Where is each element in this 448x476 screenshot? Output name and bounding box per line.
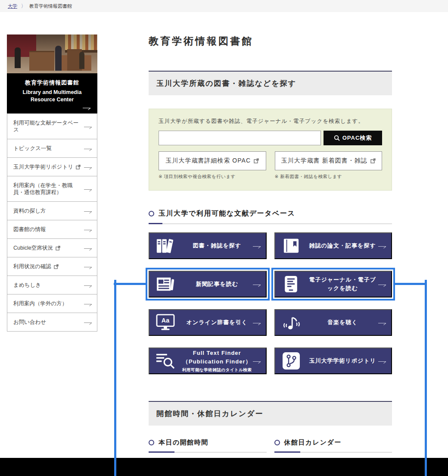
highlight-line-left	[114, 280, 116, 476]
calendar-subheadings: 本日の開館時間 休館日カレンダー	[149, 438, 392, 453]
arrow-icon	[84, 124, 92, 128]
circle-icon	[274, 440, 280, 445]
highlight-leader-left	[114, 283, 146, 285]
arrow-icon	[83, 105, 90, 110]
banner-caption: 教育学術情報図書館 Library and Multimedia Resourc…	[7, 73, 97, 113]
calendar-section-header: 開館時間・休館日カレンダー	[149, 401, 392, 426]
highlight-leader-right	[395, 283, 427, 285]
external-link-icon	[76, 165, 81, 169]
opac-search-button[interactable]: OPAC検索	[324, 131, 382, 145]
arrow-icon	[253, 282, 261, 286]
ereader-icon	[275, 275, 307, 293]
banner-subtitle: Library and Multimedia Resource Center	[11, 89, 93, 103]
music-note-icon	[275, 314, 307, 331]
arrow-icon	[378, 359, 386, 363]
breadcrumb-separator-icon: 〉	[21, 3, 25, 10]
banner-title: 教育学術情報図書館	[11, 79, 93, 87]
search-description: 玉川大学が所蔵する図書や雑誌、電子ジャーナル・電子ブックを検索します。	[159, 118, 382, 125]
main-content: 教育学術情報図書館 玉川大学所蔵の図書・雑誌などを探す 玉川大学が所蔵する図書や…	[149, 34, 392, 469]
arrow-icon	[84, 209, 92, 213]
sidebar-banner[interactable]: 教育学術情報図書館 Library and Multimedia Resourc…	[7, 34, 97, 113]
circle-icon	[149, 440, 154, 445]
arrow-icon	[378, 320, 386, 325]
sidebar-item-contact[interactable]: お問い合わせ	[7, 313, 97, 331]
sidebar-item-repository[interactable]: 玉川大学学術リポジトリ	[7, 157, 97, 176]
sidebar-item-topics[interactable]: トピックス一覧	[7, 139, 97, 157]
sidebar-item-library-info[interactable]: 図書館の情報	[7, 220, 97, 238]
highlight-line-right	[425, 280, 427, 476]
library-photo	[7, 34, 97, 73]
fulltext-search-icon	[149, 351, 181, 370]
breadcrumb: 大学 〉 教育学術情報図書館	[0, 0, 448, 12]
books-icon	[149, 237, 181, 254]
arrow-icon	[84, 264, 92, 269]
arrow-icon	[253, 320, 261, 325]
arrow-icon	[253, 244, 261, 248]
external-link-icon	[56, 246, 60, 251]
arrow-icon	[253, 359, 261, 363]
sidebar-item-how-to-find[interactable]: 資料の探し方	[7, 201, 97, 220]
sidebar-item-cubicle[interactable]: Cubicle空席状況	[7, 238, 97, 257]
db-button-music[interactable]: 音楽を聴く	[274, 309, 392, 336]
opac-search-input[interactable]	[159, 131, 321, 145]
svg-text:Aa: Aa	[162, 317, 170, 324]
arrow-icon	[378, 244, 386, 248]
external-link-icon	[370, 158, 376, 163]
search-icon	[334, 135, 340, 141]
heading-rule	[149, 223, 392, 224]
today-hours-heading: 本日の開館時間	[149, 438, 267, 447]
sidebar-item-databases[interactable]: 利用可能な文献データベース	[7, 114, 97, 139]
arrow-icon	[378, 282, 386, 286]
newspaper-icon	[149, 276, 181, 292]
db-button-newspaper[interactable]: 新聞記事を読む	[149, 271, 267, 298]
opac-detail-search-button[interactable]: 玉川大学蔵書詳細検索 OPAC	[159, 151, 266, 170]
sidebar-menu: 利用可能な文献データベース トピックス一覧 玉川大学学術リポジトリ 利用案内（在…	[7, 113, 97, 332]
db-button-fulltext-finder[interactable]: Full Text Finder （Publication Finder） 利用…	[149, 348, 267, 374]
external-link-icon	[254, 158, 259, 163]
highlighted-cell-ejournal: 電子ジャーナル・電子ブックを読む	[274, 271, 392, 298]
heading-rule	[149, 452, 267, 453]
new-arrivals-note: ※ 新着図書・雑誌を検索します	[275, 174, 383, 180]
circle-icon	[149, 211, 154, 216]
dictionary-monitor-icon: Aa	[149, 314, 181, 331]
breadcrumb-home-link[interactable]: 大学	[8, 3, 17, 9]
opac-search-panel: 玉川大学が所蔵する図書や雑誌、電子ジャーナル・電子ブックを検索します。 OPAC…	[149, 109, 392, 191]
breadcrumb-current: 教育学術情報図書館	[29, 3, 72, 9]
arrow-icon	[84, 246, 92, 250]
arrow-icon	[84, 165, 92, 169]
arrow-icon	[84, 187, 92, 191]
highlighted-cell-newspaper: 新聞記事を読む	[149, 271, 267, 298]
closed-days-heading: 休館日カレンダー	[274, 438, 392, 447]
search-section-header: 玉川大学所蔵の図書・雑誌などを探す	[149, 71, 392, 95]
db-button-repository[interactable]: 玉川大学学術リポジトリ	[274, 348, 392, 374]
detail-search-note: ※ 項目別検索や複合検索を行います	[159, 174, 266, 180]
page-title: 教育学術情報図書館	[149, 34, 392, 48]
new-arrivals-button[interactable]: 玉川大学蔵書 新着図書・雑誌	[275, 151, 383, 170]
arrow-icon	[84, 283, 92, 287]
db-button-books[interactable]: 図書・雑誌を探す	[149, 232, 267, 259]
repository-branch-icon	[275, 352, 307, 370]
sidebar-item-usage-status[interactable]: 利用状況の確認	[7, 257, 97, 276]
fulltext-label: Full Text Finder （Publication Finder） 利用…	[181, 349, 253, 373]
bottom-black-bar	[0, 458, 448, 476]
db-button-ejournal[interactable]: 電子ジャーナル・電子ブックを読む	[274, 271, 392, 298]
external-link-icon	[54, 264, 59, 269]
db-button-dictionary[interactable]: Aa オンライン辞書を引く	[149, 309, 267, 336]
arrow-icon	[84, 227, 92, 232]
databases-heading: 玉川大学で利用可能な文献データベース	[149, 209, 392, 218]
database-button-grid: 図書・雑誌を探す 雑誌の論文・記事を探す 新聞記事を読む	[149, 232, 392, 374]
arrow-icon	[84, 146, 92, 150]
sidebar-item-guide-students[interactable]: 利用案内（在学生・教職員・通信教育課程）	[7, 176, 97, 201]
arrow-icon	[84, 301, 92, 306]
sidebar: 教育学術情報図書館 Library and Multimedia Resourc…	[7, 34, 97, 332]
sidebar-item-guide-visitors[interactable]: 利用案内（学外の方）	[7, 294, 97, 313]
heading-rule	[274, 452, 392, 453]
journal-bookmark-icon	[275, 238, 307, 254]
arrow-icon	[84, 320, 92, 324]
db-button-articles[interactable]: 雑誌の論文・記事を探す	[274, 232, 392, 259]
sidebar-item-trivia[interactable]: まめちしき	[7, 276, 97, 294]
